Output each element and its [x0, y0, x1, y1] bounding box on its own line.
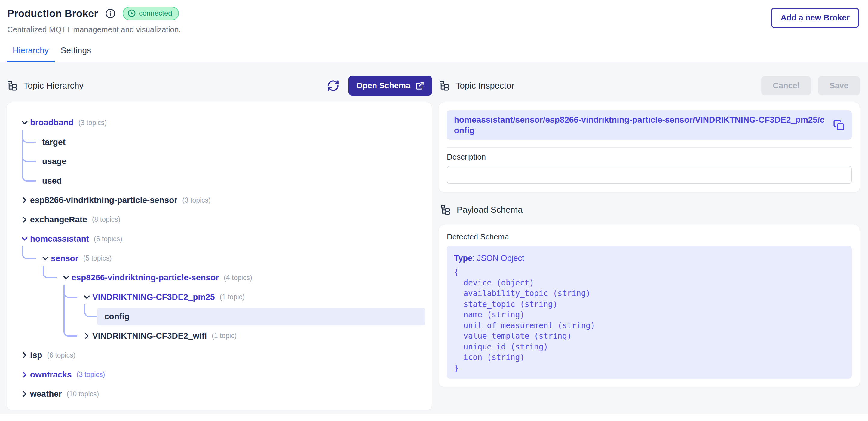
main-content: Topic Hierarchy Open Schema broadband(3 …: [0, 62, 868, 414]
tree-node[interactable]: esp8266-vindriktning-particle-sensor(3 t…: [7, 191, 432, 210]
tree-node[interactable]: VINDRIKTNING-CF3DE2_pm25(1 topic): [7, 288, 432, 307]
tree-node[interactable]: esp8266-vindriktning-particle-sensor(4 t…: [7, 268, 432, 288]
tree-node-label: esp8266-vindriktning-particle-sensor: [30, 195, 177, 205]
tree-node[interactable]: VINDRIKTNING-CF3DE2_wifi(1 topic): [7, 326, 432, 346]
topic-count: (10 topics): [67, 390, 99, 398]
chevron-right-icon[interactable]: [20, 351, 29, 360]
tree-node-label: config: [104, 312, 130, 321]
tree-node-label: isp: [30, 350, 42, 360]
chevron-right-icon[interactable]: [20, 389, 29, 398]
app-window: Production Broker connected Centralized …: [0, 0, 868, 421]
topic-path: homeassistant/sensor/esp8266-vindriktnin…: [454, 115, 827, 135]
topic-tree-card: broadband(3 topics)targetusageusedesp826…: [7, 102, 432, 410]
topic-count: (6 topics): [47, 351, 75, 359]
page-subtitle: Centralized MQTT management and visualiz…: [7, 25, 181, 34]
chevron-right-icon[interactable]: [20, 196, 29, 205]
header-left: Production Broker connected Centralized …: [7, 7, 181, 34]
topic-path-box: homeassistant/sensor/esp8266-vindriktnin…: [447, 110, 852, 140]
tree-node-label: esp8266-vindriktning-particle-sensor: [71, 273, 219, 283]
topic-count: (1 topic): [220, 293, 245, 301]
tree-node-label: VINDRIKTNING-CF3DE2_wifi: [92, 331, 207, 341]
tree-node-label: weather: [30, 389, 62, 399]
tree-node[interactable]: used: [7, 171, 432, 191]
detected-schema-label: Detected Schema: [447, 232, 852, 241]
tree-node-label: homeassistant: [30, 234, 89, 244]
tree-hierarchy-icon: [7, 80, 18, 91]
tree-node[interactable]: config: [7, 307, 432, 326]
external-link-icon: [415, 81, 424, 90]
inspector-panel-title: Topic Inspector: [456, 81, 514, 91]
tab-bar: Hierarchy Settings: [0, 42, 868, 62]
payload-schema-header: Payload Schema: [440, 204, 860, 216]
tree-node-label: exchangeRate: [30, 215, 87, 224]
chevron-right-icon[interactable]: [20, 215, 29, 224]
topic-tree: broadband(3 topics)targetusageusedesp826…: [7, 102, 432, 410]
payload-schema-card: Detected Schema Type: JSON Object { devi…: [439, 225, 860, 387]
tree-node-label: used: [42, 176, 62, 186]
refresh-icon[interactable]: [327, 79, 339, 92]
tab-hierarchy[interactable]: Hierarchy: [7, 42, 55, 62]
page-title: Production Broker: [7, 7, 98, 19]
inspector-section: Topic Inspector Cancel Save homeassistan…: [439, 76, 860, 414]
chevron-right-icon[interactable]: [82, 331, 91, 341]
tree-node[interactable]: homeassistant(6 topics): [7, 229, 432, 249]
tree-node[interactable]: weather(10 topics): [7, 384, 432, 404]
open-schema-button[interactable]: Open Schema: [348, 76, 432, 96]
tree-node[interactable]: sensor(5 topics): [7, 249, 432, 268]
chevron-down-icon[interactable]: [20, 234, 29, 244]
hierarchy-section: Topic Hierarchy Open Schema broadband(3 …: [7, 76, 432, 414]
topic-count: (4 topics): [224, 274, 252, 282]
detected-schema-box: Type: JSON Object { device (object) avai…: [447, 246, 852, 379]
tree-node[interactable]: usage: [7, 152, 432, 171]
tab-settings[interactable]: Settings: [55, 42, 97, 62]
topic-count: (1 topic): [212, 332, 237, 340]
hierarchy-panel-title: Topic Hierarchy: [24, 81, 84, 91]
tree-node-label: broadband: [30, 118, 74, 127]
cancel-button[interactable]: Cancel: [761, 76, 811, 95]
topic-count: (3 topics): [182, 196, 211, 204]
play-circle-icon: [127, 9, 136, 18]
selected-row-highlight: [97, 308, 425, 325]
tree-node-label: target: [42, 137, 66, 147]
topic-count: (5 topics): [83, 254, 112, 262]
tree-node-label: sensor: [51, 254, 79, 263]
topic-count: (3 topics): [79, 119, 107, 127]
description-input[interactable]: [447, 166, 852, 184]
status-badge: connected: [123, 7, 179, 20]
status-text: connected: [139, 9, 172, 18]
copy-icon[interactable]: [833, 119, 844, 131]
tree-node-label: VINDRIKTNING-CF3DE2_pm25: [92, 292, 215, 302]
chevron-down-icon[interactable]: [20, 118, 29, 127]
schema-body: { device (object) availability_topic (st…: [454, 267, 844, 374]
chevron-right-icon[interactable]: [20, 370, 29, 379]
payload-schema-title: Payload Schema: [457, 205, 523, 215]
tree-node-label: usage: [42, 157, 66, 166]
tree-inspector-icon: [439, 80, 450, 91]
topic-count: (3 topics): [77, 370, 105, 379]
add-broker-button[interactable]: Add a new Broker: [771, 8, 859, 28]
description-label: Description: [447, 152, 852, 162]
divider: [447, 147, 852, 148]
tree-schema-icon: [440, 204, 451, 215]
chevron-down-icon[interactable]: [62, 273, 71, 282]
chevron-down-icon[interactable]: [41, 254, 50, 263]
tree-node[interactable]: owntracks(3 topics): [7, 365, 432, 385]
tree-node[interactable]: target: [7, 132, 432, 152]
page-header: Production Broker connected Centralized …: [0, 0, 868, 34]
info-icon[interactable]: [105, 8, 116, 19]
tree-node[interactable]: isp(6 topics): [7, 346, 432, 365]
schema-type-line: Type: JSON Object: [454, 254, 844, 263]
tree-node-label: owntracks: [30, 370, 72, 380]
topic-inspector-card: homeassistant/sensor/esp8266-vindriktnin…: [439, 102, 860, 192]
chevron-down-icon[interactable]: [82, 293, 91, 302]
tree-node[interactable]: exchangeRate(8 topics): [7, 210, 432, 230]
topic-count: (8 topics): [92, 216, 121, 224]
topic-count: (6 topics): [94, 235, 122, 243]
tree-node[interactable]: broadband(3 topics): [7, 113, 432, 132]
save-button[interactable]: Save: [818, 76, 860, 95]
